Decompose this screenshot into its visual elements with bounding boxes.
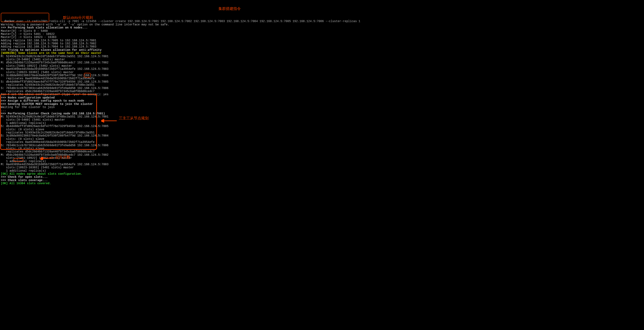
term-line-34: slots: (0 slots) slave [1, 128, 643, 131]
cmd-args: exec -it redis7001 redis-cli -p 7001 -a … [15, 20, 360, 23]
svg-line-1 [42, 158, 54, 159]
term-line-5: Master[2] -> Slots 10923 - 16383 [1, 36, 643, 39]
box-slots-rules [1, 13, 49, 22]
term-line-1: Warning: Using a password with '-a' or '… [1, 23, 643, 26]
term-line-15: M: 0ae8389be4d15bda391b905b72b02f71a3954… [1, 67, 643, 71]
term-line-26: >>> Sending CLUSTER MEET messages to joi… [1, 103, 643, 106]
term-line-10: [WARNING] Some slaves are in the same ho… [1, 52, 643, 55]
arrow-master-slave [101, 119, 118, 123]
term-line-3: Master[0] -> Slots 0 - 5460 [1, 29, 643, 33]
term-line-33: S: db4d488eff3fd8926aec6df47ff76e7329f04… [1, 125, 643, 128]
term-line-49: >>> Check for open slots... [1, 176, 643, 179]
partial-top-line [1, 17, 643, 20]
box-total-shards [14, 158, 23, 162]
term-line-22: replicates d5dc20d4bb71328a446f97345cba0… [1, 90, 643, 93]
term-line-16: slots:[10923-16383] (5461 slots) master [1, 71, 643, 74]
term-line-27: Waiting for the cluster to join [1, 106, 643, 109]
term-line-39: S: 70340c1ccb767303ccab62b5b9de61f3fe9a0… [1, 144, 643, 147]
term-line-40: slots: (0 slots) slave [1, 147, 643, 150]
box-yes-answer [84, 73, 91, 77]
term-line-13: M: d5dc20d4bb71328a446f97345cba0f860d0ce… [1, 61, 643, 64]
term-line-25: >>> Assign a different config epoch to e… [1, 99, 643, 102]
box-cluster-check [0, 94, 97, 150]
command-line[interactable]: → docker exec -it redis7001 redis-cli -p… [1, 20, 643, 23]
term-line-17: S: 3cd8da9892386378edc0a6d20f538f288fb47… [1, 74, 643, 77]
term-line-7: Adding replica 192.168.124.5:7006 to 192… [1, 42, 643, 45]
term-line-14: slots:[5461-10922] (5462 slots) master [1, 64, 643, 67]
term-line-29: >>> Performing Cluster Check (using node… [1, 112, 643, 115]
term-line-51: [OK] All 16384 slots covered. [1, 182, 643, 185]
term-line-2: >>> Performing hash slots allocation on … [1, 26, 643, 29]
term-line-43: slots:[5461-10922] (5462 slots) master [1, 157, 643, 160]
annotation-total-shards: 总分片数 [56, 155, 70, 159]
term-line-18: replicates 0ae8389be4d15bda391b905b72b02… [1, 77, 643, 80]
term-line-48: [OK] All nodes agree about slots configu… [1, 172, 643, 176]
term-line-19: S: db4d488eff3fd8926aec6df47ff76e7329f04… [1, 80, 643, 83]
term-line-44: 1 additional replica(s) [1, 160, 643, 163]
annotation-default-slots: 默认slots分片规则 [63, 16, 93, 20]
term-line-6: Adding replica 192.168.124.5:7005 to 192… [1, 39, 643, 42]
term-line-46: slots:[10923-16383] (5461 slots) master [1, 166, 643, 169]
term-line-23: Can I set the above configuration? (type… [1, 93, 643, 96]
terminal-output: → docker exec -it redis7001 redis-cli -p… [1, 14, 643, 188]
term-line-4: Master[1] -> Slots 5461 - 10922 [1, 33, 643, 36]
term-line-31: slots:[0-5460] (5461 slots) master [1, 118, 643, 121]
term-line-45: M: 0ae8389be4d15bda391b905b72b02f71a3954… [1, 163, 643, 166]
annotation-master-slave: 三主三从节点规划 [119, 116, 148, 120]
term-line-11: M: 52493e33c2c29d823c8e2df18deb73f48bc3a… [1, 55, 643, 58]
term-line-20: replicates 52493e33c2c29d823c8e2df18deb7… [1, 83, 643, 86]
term-line-21: S: 70340c1ccb767303ccab62b5b9de61f3fe9a0… [1, 87, 643, 90]
term-line-38: replicates 0ae8389be4d15bda391b905b72b02… [1, 141, 643, 144]
term-line-42: M: d5dc20d4bb71328a446f97345cba0f860d0ce… [1, 153, 643, 157]
term-line-30: M: 52493e33c2c29d823c8e2df18deb73f48bc3a… [1, 115, 643, 118]
term-line-41: replicates d5dc20d4bb71328a446f97345cba0… [1, 150, 643, 153]
term-line-32: 1 additional replica(s) [1, 122, 643, 125]
arrow-total-shards [40, 156, 55, 160]
term-line-47: 1 additional replica(s) [1, 169, 643, 172]
term-line-8: Adding replica 192.168.124.5:7004 to 192… [1, 45, 643, 48]
annotation-cluster-cmd: 集群搭建指令 [218, 7, 241, 11]
term-line-35: replicates 52493e33c2c29d823c8e2df18deb7… [1, 131, 643, 134]
term-line-9: >>> Trying to optimize slaves allocation… [1, 48, 643, 52]
term-line-36: S: 3cd8da9892386378edc0a6d20f538f288fb47… [1, 134, 643, 137]
term-line-37: slots: (0 slots) slave [1, 138, 643, 141]
term-line-50: >>> Check slots coverage... [1, 179, 643, 182]
term-line-24: >>> Nodes configuration updated [1, 96, 643, 99]
term-line-28: ... [1, 109, 643, 112]
term-line-12: slots:[0-5460] (5461 slots) master [1, 58, 643, 61]
